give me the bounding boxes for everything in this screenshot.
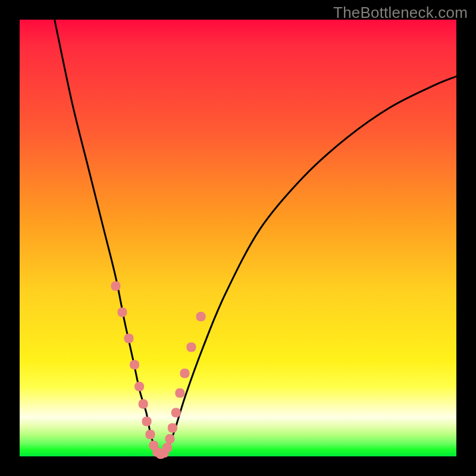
highlight-marker xyxy=(118,308,127,317)
highlight-marker xyxy=(139,399,148,409)
highlight-marker xyxy=(187,343,196,352)
highlight-marker xyxy=(124,334,134,343)
highlight-marker xyxy=(165,434,175,444)
chart-plot-area xyxy=(20,20,456,456)
highlight-marker xyxy=(171,408,181,418)
bottleneck-curve-path xyxy=(55,20,456,458)
highlight-marker xyxy=(142,416,152,426)
highlight-marker xyxy=(130,360,139,369)
highlight-marker xyxy=(162,443,172,452)
bottleneck-curve xyxy=(55,20,456,458)
highlight-marker xyxy=(196,312,206,321)
highlight-marker xyxy=(134,382,144,392)
chart-svg xyxy=(20,20,456,456)
highlight-marker xyxy=(180,369,190,378)
highlight-marker xyxy=(175,389,184,398)
highlight-marker xyxy=(146,430,155,439)
highlight-marker xyxy=(111,281,121,291)
highlight-marker xyxy=(168,423,177,433)
highlight-markers xyxy=(111,281,206,459)
chart-frame: TheBottleneck.com xyxy=(0,0,476,476)
